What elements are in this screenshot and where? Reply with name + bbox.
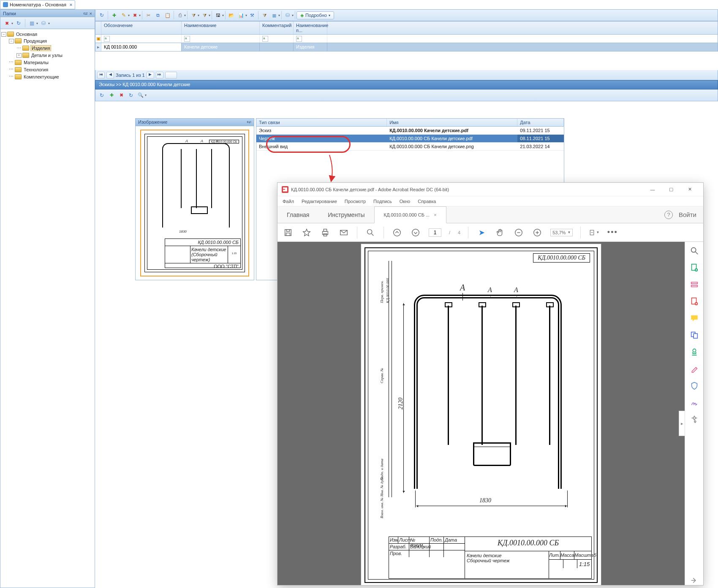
- hand-icon[interactable]: [495, 227, 506, 238]
- search-icon[interactable]: [365, 227, 376, 238]
- search-icon[interactable]: [690, 246, 699, 255]
- close-icon[interactable]: ×: [90, 11, 92, 16]
- menu-item[interactable]: Справка: [418, 199, 436, 204]
- mail-icon[interactable]: [338, 227, 349, 238]
- tree-node[interactable]: +Детали и узлы: [1, 52, 94, 59]
- stamp-icon[interactable]: [690, 347, 699, 357]
- close-button[interactable]: ✕: [680, 183, 699, 196]
- print-button[interactable]: [175, 11, 185, 20]
- config-button[interactable]: [247, 11, 257, 20]
- zoom-dropdown[interactable]: 53,7%▼: [550, 229, 573, 236]
- comment-icon[interactable]: [690, 314, 699, 323]
- export-button[interactable]: [213, 11, 223, 20]
- refresh-button[interactable]: [97, 11, 106, 20]
- tree-node[interactable]: ⋯Материалы: [1, 59, 94, 66]
- tree-node[interactable]: ⋯Изделия: [1, 44, 94, 52]
- more-icon[interactable]: •••: [607, 227, 618, 238]
- minimize-button[interactable]: ―: [643, 183, 662, 196]
- delete-button[interactable]: [117, 91, 126, 100]
- edit-pdf-icon[interactable]: [690, 280, 699, 289]
- table-row[interactable]: ЧертёжКД.0010.00.000 СБ Качели детские.p…: [256, 135, 564, 143]
- pin-icon[interactable]: ⮓: [247, 119, 251, 125]
- zoom-in-icon[interactable]: [532, 227, 543, 238]
- add-button[interactable]: [107, 91, 116, 100]
- tree-node[interactable]: ⋯Технология: [1, 66, 94, 73]
- protect-icon[interactable]: [690, 381, 699, 390]
- edit-button[interactable]: [119, 11, 128, 20]
- table-row[interactable]: ЭскизКД.0010.00.000 Качели детские.pdf09…: [256, 127, 564, 135]
- delete-button[interactable]: [2, 19, 11, 28]
- table-row[interactable]: ▸ КД 0010.00.000 Качели детские Изделия: [95, 43, 718, 51]
- last-button[interactable]: ⏭: [156, 72, 163, 79]
- col-header[interactable]: Комментарий: [260, 22, 294, 34]
- page-down-icon[interactable]: [410, 227, 421, 238]
- tree-node[interactable]: ⋯Комплектующие: [1, 73, 94, 80]
- fit-icon[interactable]: ▼: [588, 227, 599, 238]
- maximize-button[interactable]: ▢: [662, 183, 680, 196]
- filter-cell[interactable]: [260, 35, 294, 43]
- prev-button[interactable]: ◀: [106, 72, 114, 79]
- sync-button[interactable]: [126, 91, 136, 100]
- db-button[interactable]: [283, 11, 292, 20]
- refresh-button[interactable]: [97, 91, 106, 100]
- menu-item[interactable]: Окно: [400, 199, 411, 204]
- highlight-icon[interactable]: [690, 364, 699, 374]
- menu-item[interactable]: Редактирование: [302, 199, 337, 204]
- menu-item[interactable]: Просмотр: [345, 199, 366, 204]
- pdf-viewport[interactable]: КД.0010.00.000 СБ Перв. примен. КД.0010.…: [277, 242, 685, 585]
- pointer-icon[interactable]: ➤: [476, 227, 487, 238]
- close-icon[interactable]: ×: [434, 212, 436, 217]
- zoom-button[interactable]: 🔍: [136, 91, 145, 100]
- filter-cell[interactable]: [101, 35, 182, 43]
- login-button[interactable]: Войти: [679, 211, 696, 218]
- tree-node[interactable]: −Продукция: [1, 38, 94, 44]
- col-header[interactable]: Имя: [387, 119, 517, 126]
- refresh-button[interactable]: [14, 19, 23, 28]
- page-button[interactable]: [165, 72, 177, 79]
- star-icon[interactable]: [301, 227, 312, 238]
- db-button[interactable]: [39, 19, 48, 28]
- filter-button[interactable]: [189, 11, 198, 20]
- collapse-handle[interactable]: ▸: [679, 411, 685, 436]
- menu-item[interactable]: Подпись: [373, 199, 392, 204]
- filter-cell[interactable]: [182, 35, 260, 43]
- delete-button[interactable]: [130, 11, 139, 20]
- copy-button[interactable]: [153, 11, 163, 20]
- cut-button[interactable]: [144, 11, 153, 20]
- col-header[interactable]: Обозначение: [101, 22, 182, 34]
- tab-tools[interactable]: Инструменты: [318, 206, 374, 223]
- col-header[interactable]: Наименование п...: [294, 22, 327, 34]
- filter3-button[interactable]: [260, 11, 269, 20]
- next-button[interactable]: ▶: [147, 72, 154, 79]
- filter2-button[interactable]: [200, 11, 209, 20]
- chart-button[interactable]: [237, 11, 246, 20]
- help-icon[interactable]: ?: [664, 211, 673, 219]
- tab-document[interactable]: КД.0010.00.000 СБ ...×: [374, 206, 446, 223]
- add-button[interactable]: [109, 11, 119, 20]
- page-up-icon[interactable]: [392, 227, 403, 238]
- expand-icon[interactable]: [690, 576, 699, 585]
- paste-button[interactable]: [163, 11, 172, 20]
- first-button[interactable]: ⏮: [97, 72, 105, 79]
- page-input[interactable]: [429, 228, 441, 237]
- filter-cell[interactable]: [294, 35, 327, 43]
- sign-icon[interactable]: [690, 398, 699, 407]
- open-button[interactable]: [227, 11, 236, 20]
- pin-icon[interactable]: ⮓: [83, 11, 88, 16]
- thumbnail[interactable]: КД.0010.00.000 СБ А А А 1830 КД.0010.00.…: [140, 130, 249, 276]
- tab-home[interactable]: Главная: [277, 206, 318, 223]
- col-header[interactable]: Тип связи: [256, 119, 387, 126]
- pdf-titlebar[interactable]: КД.0010.00.000 СБ Качели детские.pdf - A…: [277, 183, 703, 196]
- app-tab[interactable]: Номенклатура - Основная ×: [0, 0, 75, 9]
- combine-icon[interactable]: [690, 331, 699, 340]
- close-icon[interactable]: ×: [70, 2, 72, 7]
- list-button[interactable]: [269, 11, 279, 20]
- menu-item[interactable]: Файл: [283, 199, 294, 204]
- print-icon[interactable]: [320, 227, 331, 238]
- export-pdf-icon[interactable]: [690, 263, 699, 272]
- col-header[interactable]: Наименование: [182, 22, 260, 34]
- details-button[interactable]: Подробно▾: [296, 11, 334, 19]
- create-pdf-icon[interactable]: [690, 297, 699, 306]
- table-row[interactable]: Внешний видКД.0010.00.000 СБ Качели детс…: [256, 143, 564, 151]
- save-icon[interactable]: [283, 227, 294, 238]
